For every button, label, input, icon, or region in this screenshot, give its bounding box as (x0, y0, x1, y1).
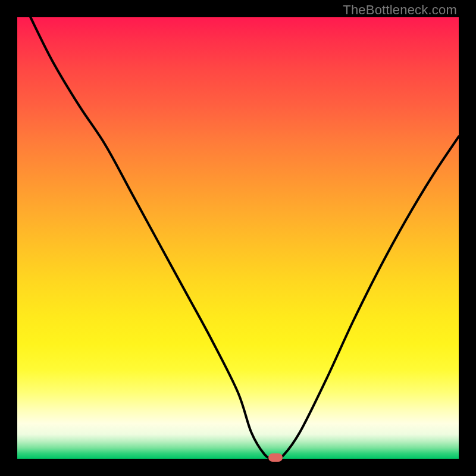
watermark-text: TheBottleneck.com (343, 2, 457, 18)
optimum-marker (268, 453, 283, 462)
plot-area (17, 17, 459, 459)
bottleneck-curve (17, 17, 459, 459)
chart-frame: TheBottleneck.com (0, 0, 476, 476)
